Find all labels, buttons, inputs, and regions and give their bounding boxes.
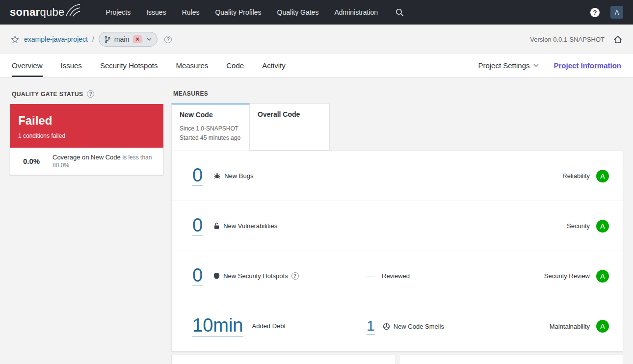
nav-item-rules[interactable]: Rules: [182, 8, 200, 16]
tab-activity[interactable]: Activity: [262, 54, 286, 77]
measure-row-bugs: 0 New Bugs Reliability A: [172, 151, 623, 201]
main-nav: Projects Issues Rules Quality Profiles Q…: [106, 8, 378, 16]
project-tab-bar: Overview Issues Security Hotspots Measur…: [0, 54, 633, 78]
nav-item-issues[interactable]: Issues: [146, 8, 166, 16]
quality-gate-card: Failed 1 conditions failed 0.0% Coverage…: [10, 104, 163, 175]
branch-selector[interactable]: main ×: [99, 32, 158, 47]
new-bugs-label: New Bugs: [224, 172, 253, 180]
maintainability-rating-badge[interactable]: A: [596, 320, 609, 333]
home-icon[interactable]: [613, 35, 622, 44]
quality-gate-panel: QUALITY GATE STATUS ? Failed 1 condition…: [10, 90, 163, 364]
measures-period-tabs: New Code Since 1.0-SNAPSHOT Started 45 m…: [171, 104, 623, 151]
nav-item-quality-profiles[interactable]: Quality Profiles: [215, 8, 261, 16]
next-measure-section: [171, 355, 623, 364]
version-label: Version 0.0.1-SNAPSHOT: [530, 36, 605, 43]
maintainability-label: Maintainability: [550, 323, 590, 330]
reviewed-value: —: [367, 272, 374, 280]
security-hotspots-help-icon[interactable]: ?: [291, 272, 299, 280]
reliability-rating-badge[interactable]: A: [596, 170, 609, 182]
chevron-down-icon: [533, 64, 539, 67]
measures-panel: MEASURES New Code Since 1.0-SNAPSHOT Sta…: [171, 90, 623, 364]
security-label: Security: [567, 222, 590, 230]
reliability-label: Reliability: [562, 172, 590, 180]
project-tabs: Overview Issues Security Hotspots Measur…: [12, 54, 286, 77]
measure-row-security-hotspots: 0 New Security Hotspots ? — Reviewed Sec…: [172, 251, 623, 301]
logo-swoosh-icon: [66, 4, 80, 17]
branch-quality-gate-badge: ×: [133, 35, 142, 43]
nav-item-quality-gates[interactable]: Quality Gates: [277, 8, 319, 16]
new-code-since: Since 1.0-SNAPSHOT: [180, 124, 241, 133]
quality-gate-failed-conditions: 1 conditions failed: [18, 132, 155, 139]
favorite-star-icon[interactable]: [11, 35, 19, 44]
nav-item-administration[interactable]: Administration: [334, 8, 378, 16]
security-review-rating-badge[interactable]: A: [596, 270, 609, 283]
user-avatar[interactable]: A: [610, 6, 623, 19]
condition-value: 0.0%: [10, 157, 53, 165]
new-code-smells-value-link[interactable]: 1: [367, 318, 375, 335]
bug-icon: [213, 172, 221, 180]
code-smell-icon: [383, 323, 390, 330]
shield-icon: [213, 272, 220, 280]
open-lock-icon: [213, 222, 220, 230]
reviewed-label: Reviewed: [382, 272, 410, 280]
project-settings-label: Project Settings: [478, 61, 529, 70]
measures-tab-overall-code[interactable]: Overall Code: [250, 104, 330, 151]
bottom-card-right: [399, 355, 624, 364]
measures-card: 0 New Bugs Reliability A 0: [171, 151, 623, 352]
branch-help-icon[interactable]: ?: [164, 36, 172, 43]
nav-item-projects[interactable]: Projects: [106, 8, 131, 16]
breadcrumb-separator: /: [92, 35, 94, 43]
branch-icon: [105, 36, 110, 43]
new-vulnerabilities-label: New Vulnerabilities: [223, 222, 277, 230]
tab-measures[interactable]: Measures: [176, 54, 208, 77]
measure-row-vulnerabilities: 0 New Vulnerabilities Security A: [172, 201, 623, 251]
quality-gate-status: Failed: [18, 114, 155, 127]
added-debt-value-link[interactable]: 10min: [192, 316, 243, 337]
quality-gate-status-banner: Failed 1 conditions failed: [10, 104, 163, 148]
new-bugs-value-link[interactable]: 0: [192, 166, 203, 186]
topnav-right-group: ? A: [590, 6, 623, 19]
breadcrumb-right-group: Version 0.0.1-SNAPSHOT: [530, 35, 622, 44]
logo-text-sonar: sonar: [10, 6, 40, 18]
quality-gate-help-icon[interactable]: ?: [87, 90, 94, 98]
overview-content: QUALITY GATE STATUS ? Failed 1 condition…: [0, 78, 633, 364]
tab-overview[interactable]: Overview: [12, 54, 43, 77]
overall-code-tab-label: Overall Code: [258, 110, 321, 118]
quality-gate-title: QUALITY GATE STATUS: [12, 91, 83, 98]
tab-code[interactable]: Code: [226, 54, 244, 77]
new-code-smells-label: New Code Smells: [394, 323, 444, 330]
search-icon[interactable]: [396, 8, 404, 17]
security-rating-badge[interactable]: A: [596, 220, 609, 233]
top-navigation-bar: sonarqube Projects Issues Rules Quality …: [0, 0, 633, 25]
logo-text-qube: qube: [40, 6, 64, 18]
quality-gate-condition-row[interactable]: 0.0% Coverage on New Code is less than 8…: [10, 148, 163, 175]
help-icon[interactable]: ?: [590, 8, 600, 17]
new-code-tab-label: New Code: [180, 111, 241, 119]
new-security-hotspots-label: New Security Hotspots: [223, 272, 288, 280]
project-settings-menu[interactable]: Project Settings: [478, 61, 539, 70]
project-information-link[interactable]: Project Information: [554, 61, 621, 70]
added-debt-label: Added Debt: [252, 322, 286, 330]
chevron-down-icon: [147, 38, 152, 41]
breadcrumb-project-link[interactable]: example-java-project: [24, 35, 88, 43]
branch-name: main: [114, 35, 129, 43]
new-code-started: Started 45 minutes ago: [180, 133, 241, 143]
bottom-card-left: [171, 355, 396, 364]
tab-bar-right-group: Project Settings Project Information: [478, 61, 621, 70]
tab-security-hotspots[interactable]: Security Hotspots: [100, 54, 158, 77]
tab-issues[interactable]: Issues: [61, 54, 82, 77]
measures-tab-new-code[interactable]: New Code Since 1.0-SNAPSHOT Started 45 m…: [171, 104, 250, 151]
measures-section-header: MEASURES: [171, 90, 623, 97]
measure-row-maintainability: 10min Added Debt 1 New Code Smells Maint…: [172, 301, 623, 351]
measures-title: MEASURES: [173, 90, 208, 97]
new-code-tab-subtitle: Since 1.0-SNAPSHOT Started 45 minutes ag…: [180, 124, 241, 143]
condition-measure: Coverage on New Code: [53, 154, 121, 161]
sonarqube-logo[interactable]: sonarqube: [10, 5, 80, 20]
logo-text: sonarqube: [10, 5, 65, 20]
breadcrumb-bar: example-java-project / main × ? Version …: [0, 25, 633, 54]
security-review-label: Security Review: [544, 272, 590, 280]
condition-text: Coverage on New Code is less than 80.0%: [53, 154, 156, 169]
new-vulnerabilities-value-link[interactable]: 0: [192, 216, 203, 236]
quality-gate-section-header: QUALITY GATE STATUS ?: [10, 90, 163, 98]
new-security-hotspots-value-link[interactable]: 0: [192, 266, 203, 286]
